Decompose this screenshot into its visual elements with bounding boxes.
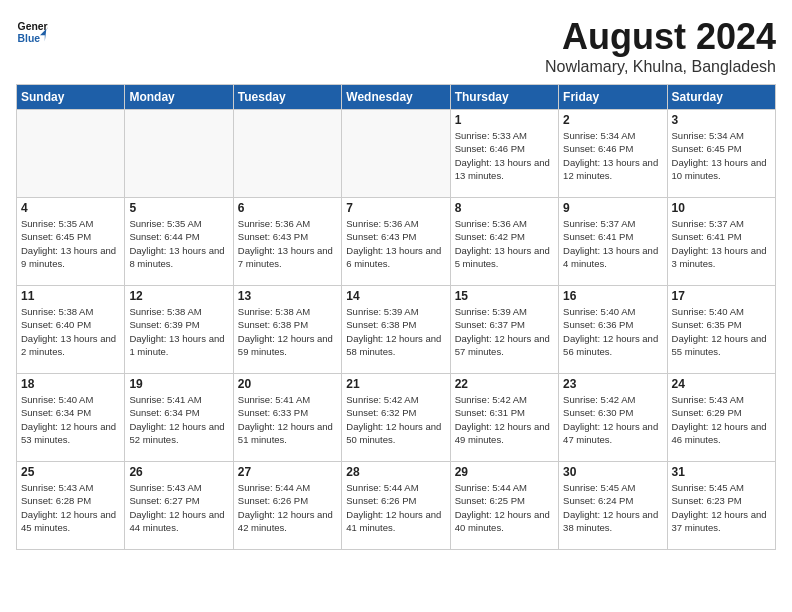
- calendar-week-4: 18Sunrise: 5:40 AM Sunset: 6:34 PM Dayli…: [17, 374, 776, 462]
- cell-info: Sunrise: 5:38 AM Sunset: 6:38 PM Dayligh…: [238, 305, 337, 358]
- cell-info: Sunrise: 5:43 AM Sunset: 6:29 PM Dayligh…: [672, 393, 771, 446]
- day-number: 25: [21, 465, 120, 479]
- svg-text:General: General: [18, 21, 48, 32]
- weekday-header-thursday: Thursday: [450, 85, 558, 110]
- day-number: 29: [455, 465, 554, 479]
- weekday-header-row: SundayMondayTuesdayWednesdayThursdayFrid…: [17, 85, 776, 110]
- calendar-cell: 3Sunrise: 5:34 AM Sunset: 6:45 PM Daylig…: [667, 110, 775, 198]
- calendar-week-5: 25Sunrise: 5:43 AM Sunset: 6:28 PM Dayli…: [17, 462, 776, 550]
- day-number: 26: [129, 465, 228, 479]
- cell-info: Sunrise: 5:35 AM Sunset: 6:44 PM Dayligh…: [129, 217, 228, 270]
- cell-info: Sunrise: 5:43 AM Sunset: 6:28 PM Dayligh…: [21, 481, 120, 534]
- day-number: 28: [346, 465, 445, 479]
- day-number: 4: [21, 201, 120, 215]
- weekday-header-wednesday: Wednesday: [342, 85, 450, 110]
- cell-info: Sunrise: 5:35 AM Sunset: 6:45 PM Dayligh…: [21, 217, 120, 270]
- cell-info: Sunrise: 5:41 AM Sunset: 6:34 PM Dayligh…: [129, 393, 228, 446]
- day-number: 11: [21, 289, 120, 303]
- calendar-cell: 4Sunrise: 5:35 AM Sunset: 6:45 PM Daylig…: [17, 198, 125, 286]
- logo: General Blue: [16, 16, 48, 48]
- calendar-cell: 26Sunrise: 5:43 AM Sunset: 6:27 PM Dayli…: [125, 462, 233, 550]
- svg-text:Blue: Blue: [18, 33, 41, 44]
- day-number: 19: [129, 377, 228, 391]
- calendar-cell: [17, 110, 125, 198]
- day-number: 6: [238, 201, 337, 215]
- cell-info: Sunrise: 5:36 AM Sunset: 6:43 PM Dayligh…: [346, 217, 445, 270]
- calendar-cell: 5Sunrise: 5:35 AM Sunset: 6:44 PM Daylig…: [125, 198, 233, 286]
- weekday-header-monday: Monday: [125, 85, 233, 110]
- calendar-cell: 17Sunrise: 5:40 AM Sunset: 6:35 PM Dayli…: [667, 286, 775, 374]
- calendar-cell: 27Sunrise: 5:44 AM Sunset: 6:26 PM Dayli…: [233, 462, 341, 550]
- day-number: 16: [563, 289, 662, 303]
- cell-info: Sunrise: 5:37 AM Sunset: 6:41 PM Dayligh…: [563, 217, 662, 270]
- calendar-cell: 8Sunrise: 5:36 AM Sunset: 6:42 PM Daylig…: [450, 198, 558, 286]
- month-title: August 2024: [545, 16, 776, 58]
- calendar-cell: [342, 110, 450, 198]
- calendar-cell: [125, 110, 233, 198]
- calendar-cell: 2Sunrise: 5:34 AM Sunset: 6:46 PM Daylig…: [559, 110, 667, 198]
- calendar-cell: 1Sunrise: 5:33 AM Sunset: 6:46 PM Daylig…: [450, 110, 558, 198]
- calendar-cell: 23Sunrise: 5:42 AM Sunset: 6:30 PM Dayli…: [559, 374, 667, 462]
- cell-info: Sunrise: 5:39 AM Sunset: 6:38 PM Dayligh…: [346, 305, 445, 358]
- calendar-cell: 14Sunrise: 5:39 AM Sunset: 6:38 PM Dayli…: [342, 286, 450, 374]
- weekday-header-sunday: Sunday: [17, 85, 125, 110]
- logo-icon: General Blue: [16, 16, 48, 48]
- calendar-cell: 30Sunrise: 5:45 AM Sunset: 6:24 PM Dayli…: [559, 462, 667, 550]
- calendar-cell: 15Sunrise: 5:39 AM Sunset: 6:37 PM Dayli…: [450, 286, 558, 374]
- day-number: 9: [563, 201, 662, 215]
- cell-info: Sunrise: 5:42 AM Sunset: 6:32 PM Dayligh…: [346, 393, 445, 446]
- calendar-cell: 25Sunrise: 5:43 AM Sunset: 6:28 PM Dayli…: [17, 462, 125, 550]
- calendar-cell: 29Sunrise: 5:44 AM Sunset: 6:25 PM Dayli…: [450, 462, 558, 550]
- day-number: 21: [346, 377, 445, 391]
- calendar-cell: 22Sunrise: 5:42 AM Sunset: 6:31 PM Dayli…: [450, 374, 558, 462]
- calendar-cell: 7Sunrise: 5:36 AM Sunset: 6:43 PM Daylig…: [342, 198, 450, 286]
- weekday-header-saturday: Saturday: [667, 85, 775, 110]
- cell-info: Sunrise: 5:40 AM Sunset: 6:34 PM Dayligh…: [21, 393, 120, 446]
- weekday-header-friday: Friday: [559, 85, 667, 110]
- cell-info: Sunrise: 5:44 AM Sunset: 6:25 PM Dayligh…: [455, 481, 554, 534]
- day-number: 17: [672, 289, 771, 303]
- calendar-cell: 20Sunrise: 5:41 AM Sunset: 6:33 PM Dayli…: [233, 374, 341, 462]
- calendar-cell: 18Sunrise: 5:40 AM Sunset: 6:34 PM Dayli…: [17, 374, 125, 462]
- calendar-cell: 31Sunrise: 5:45 AM Sunset: 6:23 PM Dayli…: [667, 462, 775, 550]
- day-number: 27: [238, 465, 337, 479]
- day-number: 5: [129, 201, 228, 215]
- cell-info: Sunrise: 5:42 AM Sunset: 6:31 PM Dayligh…: [455, 393, 554, 446]
- calendar-cell: 16Sunrise: 5:40 AM Sunset: 6:36 PM Dayli…: [559, 286, 667, 374]
- cell-info: Sunrise: 5:34 AM Sunset: 6:45 PM Dayligh…: [672, 129, 771, 182]
- cell-info: Sunrise: 5:45 AM Sunset: 6:23 PM Dayligh…: [672, 481, 771, 534]
- location-subtitle: Nowlamary, Khulna, Bangladesh: [545, 58, 776, 76]
- day-number: 12: [129, 289, 228, 303]
- day-number: 8: [455, 201, 554, 215]
- day-number: 2: [563, 113, 662, 127]
- calendar-week-2: 4Sunrise: 5:35 AM Sunset: 6:45 PM Daylig…: [17, 198, 776, 286]
- cell-info: Sunrise: 5:45 AM Sunset: 6:24 PM Dayligh…: [563, 481, 662, 534]
- day-number: 15: [455, 289, 554, 303]
- day-number: 20: [238, 377, 337, 391]
- day-number: 31: [672, 465, 771, 479]
- day-number: 1: [455, 113, 554, 127]
- cell-info: Sunrise: 5:39 AM Sunset: 6:37 PM Dayligh…: [455, 305, 554, 358]
- calendar-cell: 19Sunrise: 5:41 AM Sunset: 6:34 PM Dayli…: [125, 374, 233, 462]
- calendar-table: SundayMondayTuesdayWednesdayThursdayFrid…: [16, 84, 776, 550]
- day-number: 14: [346, 289, 445, 303]
- day-number: 3: [672, 113, 771, 127]
- cell-info: Sunrise: 5:42 AM Sunset: 6:30 PM Dayligh…: [563, 393, 662, 446]
- cell-info: Sunrise: 5:40 AM Sunset: 6:35 PM Dayligh…: [672, 305, 771, 358]
- calendar-cell: 21Sunrise: 5:42 AM Sunset: 6:32 PM Dayli…: [342, 374, 450, 462]
- cell-info: Sunrise: 5:36 AM Sunset: 6:43 PM Dayligh…: [238, 217, 337, 270]
- cell-info: Sunrise: 5:40 AM Sunset: 6:36 PM Dayligh…: [563, 305, 662, 358]
- day-number: 23: [563, 377, 662, 391]
- day-number: 10: [672, 201, 771, 215]
- cell-info: Sunrise: 5:34 AM Sunset: 6:46 PM Dayligh…: [563, 129, 662, 182]
- cell-info: Sunrise: 5:38 AM Sunset: 6:40 PM Dayligh…: [21, 305, 120, 358]
- cell-info: Sunrise: 5:38 AM Sunset: 6:39 PM Dayligh…: [129, 305, 228, 358]
- cell-info: Sunrise: 5:44 AM Sunset: 6:26 PM Dayligh…: [238, 481, 337, 534]
- calendar-week-1: 1Sunrise: 5:33 AM Sunset: 6:46 PM Daylig…: [17, 110, 776, 198]
- cell-info: Sunrise: 5:43 AM Sunset: 6:27 PM Dayligh…: [129, 481, 228, 534]
- day-number: 24: [672, 377, 771, 391]
- calendar-cell: 24Sunrise: 5:43 AM Sunset: 6:29 PM Dayli…: [667, 374, 775, 462]
- cell-info: Sunrise: 5:36 AM Sunset: 6:42 PM Dayligh…: [455, 217, 554, 270]
- calendar-cell: 28Sunrise: 5:44 AM Sunset: 6:26 PM Dayli…: [342, 462, 450, 550]
- cell-info: Sunrise: 5:33 AM Sunset: 6:46 PM Dayligh…: [455, 129, 554, 182]
